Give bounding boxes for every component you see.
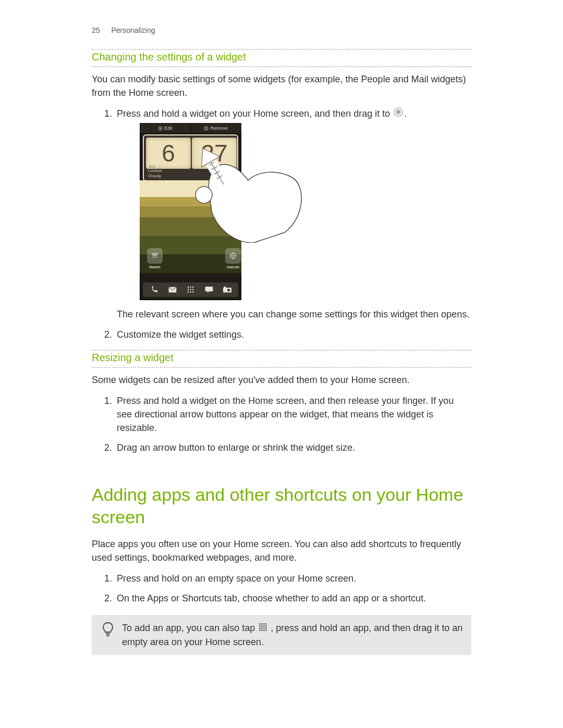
svg-rect-24 <box>205 287 213 291</box>
dock <box>143 282 238 297</box>
step-text: Press and hold a widget on the Home scre… <box>117 396 454 433</box>
running-header: 25 Personalizing <box>92 26 471 34</box>
svg-point-49 <box>261 630 263 631</box>
svg-point-36 <box>259 623 261 625</box>
step-list: Press and hold a widget on the Home scre… <box>92 394 471 454</box>
svg-rect-15 <box>187 287 188 288</box>
tip-box: To add an app, you can also tap , press … <box>92 615 471 655</box>
step-text: On the Apps or Shortcuts tab, choose whe… <box>117 593 426 603</box>
clock-minute-tile: 27 <box>192 138 237 169</box>
apps-grid-icon <box>186 285 196 295</box>
svg-point-48 <box>259 630 261 631</box>
step-item: Press and hold a widget on the Home scre… <box>115 394 471 435</box>
svg-point-44 <box>259 627 261 629</box>
home-app: Market <box>147 248 163 270</box>
svg-rect-27 <box>224 287 226 288</box>
paragraph: You can modify basic settings of some wi… <box>92 72 471 100</box>
svg-point-41 <box>261 625 263 627</box>
svg-point-43 <box>265 625 267 627</box>
home-apps: Market Internet <box>147 248 241 270</box>
svg-rect-18 <box>187 289 188 290</box>
subheading-rule: Resizing a widget <box>92 350 471 368</box>
step-result-text: The relevant screen where you can change… <box>117 307 471 321</box>
step-item: Drag an arrow button to enlarge or shrin… <box>115 441 471 454</box>
gear-icon <box>394 107 403 120</box>
svg-point-26 <box>227 289 230 291</box>
manual-page: 25 Personalizing Changing the settings o… <box>0 0 563 728</box>
step-text: Press and hold a widget on your Home scr… <box>117 108 393 119</box>
svg-point-47 <box>265 627 267 629</box>
svg-rect-20 <box>192 289 193 290</box>
page-number: 25 <box>92 26 100 34</box>
svg-point-11 <box>160 128 161 129</box>
clock-meta: Thu, Feb 9 London Cloudy <box>148 164 168 179</box>
step-item: Customize the widget settings. <box>115 328 471 341</box>
step-item: Press and hold on an empty space on your… <box>115 572 471 585</box>
home-app: Internet <box>225 248 241 270</box>
subheading-changing-widget-settings: Changing the settings of a widget <box>92 51 471 64</box>
lightbulb-icon <box>99 622 117 637</box>
message-icon <box>204 285 214 295</box>
svg-rect-21 <box>187 292 188 293</box>
svg-point-42 <box>263 625 265 627</box>
step-item: Press and hold a widget on your Home scr… <box>115 107 471 321</box>
paragraph: Some widgets can be resized after you've… <box>92 373 471 387</box>
step-text: Press and hold on an empty space on your… <box>117 573 356 584</box>
section-name: Personalizing <box>111 26 155 34</box>
wallpaper: Market Internet <box>140 180 241 273</box>
svg-rect-17 <box>192 287 193 288</box>
svg-point-51 <box>265 630 267 631</box>
phone-remove-button: Remove <box>191 123 242 133</box>
step-text: Drag an arrow button to enlarge or shrin… <box>117 442 355 453</box>
phone-frame: Edit Remove 6 AM 27 <box>140 123 241 300</box>
phone-illustration: Edit Remove 6 AM 27 <box>140 123 301 300</box>
step-list: Press and hold on an empty space on your… <box>92 572 471 605</box>
svg-point-40 <box>259 625 261 627</box>
subheading-resizing-widget: Resizing a widget <box>92 352 471 365</box>
svg-rect-22 <box>190 292 191 293</box>
svg-point-46 <box>263 627 265 629</box>
clock-widget: 6 AM 27 Thu, Feb 9 London Cloudy <box>144 135 237 180</box>
svg-rect-16 <box>190 287 191 288</box>
tip-text: To add an app, you can also tap , press … <box>122 621 464 649</box>
section-title: Adding apps and other shortcuts on your … <box>92 484 471 528</box>
svg-point-39 <box>265 623 267 625</box>
svg-point-38 <box>263 623 265 625</box>
svg-point-45 <box>261 627 263 629</box>
phone-edit-button: Edit <box>140 123 191 133</box>
svg-point-37 <box>261 623 263 625</box>
step-item: On the Apps or Shortcuts tab, choose whe… <box>115 591 471 605</box>
step-text: Customize the widget settings. <box>117 329 244 340</box>
mail-icon <box>167 285 178 295</box>
paragraph: Place apps you often use on your Home sc… <box>92 537 471 564</box>
svg-rect-19 <box>190 289 191 290</box>
svg-point-0 <box>394 108 403 117</box>
phone-icon <box>149 285 160 295</box>
step-list: Press and hold a widget on your Home scr… <box>92 107 471 341</box>
apps-grid-icon <box>259 621 267 635</box>
svg-point-50 <box>263 630 265 631</box>
camera-icon <box>222 285 232 295</box>
subheading-rule: Changing the settings of a widget <box>92 49 471 67</box>
svg-rect-23 <box>192 292 193 293</box>
